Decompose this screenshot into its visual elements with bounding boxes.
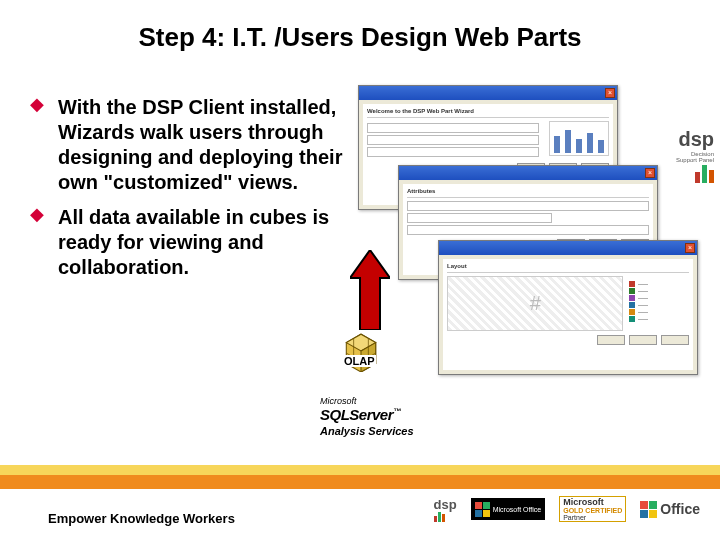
- diamond-bullet-icon: ◆: [30, 205, 44, 223]
- sql-product: SQLServer: [320, 406, 393, 423]
- sql-server-logo: Microsoft SQLServer™ Analysis Services: [320, 395, 414, 437]
- wizard-heading: Attributes: [407, 188, 435, 194]
- footer-office-logo: Office: [640, 496, 700, 522]
- office-squares-icon: [475, 502, 490, 517]
- bullet-text: All data available in cubes is ready for…: [58, 205, 350, 280]
- dsp-tagline: Support Panel: [676, 157, 714, 163]
- footer-dsp-logo: dsp: [434, 496, 457, 522]
- ms-prefix: Microsoft: [320, 396, 357, 406]
- dsp-bars-icon: [676, 165, 714, 183]
- dsp-logo-text: dsp: [676, 128, 714, 151]
- wizard-window-layout: × Layout # —— —— —— —— —— ——: [438, 240, 698, 375]
- mini-bar-chart-icon: [549, 121, 609, 156]
- bullet-list: ◆ With the DSP Client installed, Wizards…: [30, 95, 350, 290]
- footer-gold-certified-logo: Microsoft GOLD CERTIFIED Partner: [559, 496, 626, 522]
- up-arrow-icon: [350, 250, 390, 330]
- bullet-item: ◆ With the DSP Client installed, Wizards…: [30, 95, 350, 195]
- close-icon: ×: [645, 168, 655, 178]
- analysis-services-label: Analysis Services: [320, 425, 414, 437]
- footer-logos: dsp Microsoft Office Microsoft GOLD CERT…: [434, 496, 700, 522]
- office-squares-icon: [640, 501, 657, 518]
- bullet-text: With the DSP Client installed, Wizards w…: [58, 95, 350, 195]
- close-icon: ×: [685, 243, 695, 253]
- footer-band: [0, 465, 720, 489]
- slide-title: Step 4: I.T. /Users Design Web Parts: [0, 0, 720, 53]
- footer-tagline: Empower Knowledge Workers: [48, 511, 235, 526]
- dsp-logo: dsp Decision Support Panel: [676, 128, 714, 183]
- chart-legend: —— —— —— —— —— ——: [629, 280, 689, 331]
- wizard-heading: Layout: [447, 263, 467, 269]
- diamond-bullet-icon: ◆: [30, 95, 44, 113]
- dsp-bars-icon: [434, 512, 445, 522]
- wizard-heading: Welcome to the DSP Web Part Wizard: [367, 108, 474, 114]
- bullet-item: ◆ All data available in cubes is ready f…: [30, 205, 350, 280]
- olap-label: OLAP: [343, 355, 376, 367]
- footer-ms-office-logo: Microsoft Office: [471, 498, 546, 520]
- svg-marker-0: [350, 250, 390, 330]
- close-icon: ×: [605, 88, 615, 98]
- wizard-screenshots: × Welcome to the DSP Web Part Wizard: [358, 85, 698, 385]
